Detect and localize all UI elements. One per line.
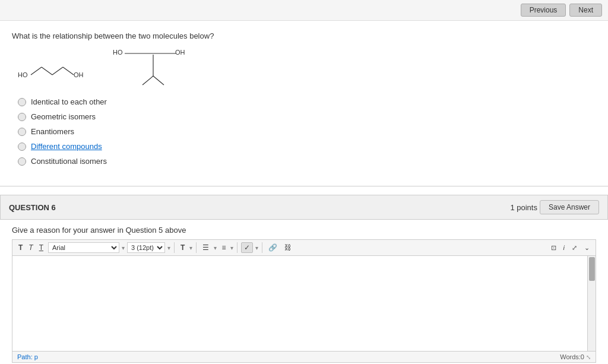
unlink-button[interactable]: ⛓ [282, 242, 294, 253]
top-bar: Previous Next [0, 0, 608, 21]
option-geometric-label: Geometric isomers [31, 112, 96, 121]
option-different-label: Different compounds [31, 142, 102, 151]
option-enantiomers-label: Enantiomers [31, 127, 74, 136]
next-button[interactable]: Next [569, 4, 602, 17]
list-arrow: ▾ [214, 245, 217, 251]
editor-footer: Path: p Words:0 ⤡ [12, 351, 596, 362]
radio-constitutional[interactable] [18, 157, 26, 166]
font-size-select[interactable]: 3 (12pt) 1 (8pt) 2 (10pt) 4 (14pt) [127, 242, 165, 253]
molecule1: HO OH [18, 52, 95, 88]
path-label: Path: [17, 353, 33, 360]
save-answer-button[interactable]: Save Answer [540, 200, 599, 214]
radio-enantiomers[interactable] [18, 128, 26, 136]
question6-points: 1 points [510, 203, 537, 212]
previous-button[interactable]: Previous [521, 4, 566, 17]
molecule2: HO OH [113, 46, 196, 88]
svg-line-11 [142, 76, 153, 85]
scrollbar-thumb [589, 257, 595, 281]
expand-button[interactable]: ⤢ [569, 243, 580, 253]
list-ordered-button[interactable]: ≡ [219, 242, 228, 253]
question6-header: QUESTION 6 1 points Save Answer [0, 195, 608, 220]
question6-title: QUESTION 6 [9, 203, 56, 212]
radio-different[interactable] [18, 143, 26, 151]
radio-identical[interactable] [18, 98, 26, 106]
svg-text:OH: OH [74, 71, 84, 78]
font-family-select[interactable]: Arial Times New Roman Courier [48, 242, 119, 253]
list-unordered-button[interactable]: ☰ [200, 242, 211, 253]
font-dropdown-arrow: ▾ [122, 245, 125, 251]
editor-area[interactable] [12, 256, 587, 351]
text-format-group: T T T [16, 242, 46, 253]
options-list: Identical to each other Geometric isomer… [18, 97, 596, 166]
info-button[interactable]: i [561, 243, 567, 252]
underline-button[interactable]: T [37, 242, 46, 253]
svg-line-2 [42, 67, 52, 75]
separator3 [237, 242, 238, 253]
svg-text:OH: OH [175, 49, 185, 56]
spellcheck-button[interactable]: ✓ [241, 242, 253, 253]
svg-line-4 [63, 67, 74, 75]
editor-path: Path: p [17, 353, 38, 360]
words-area: Words:0 ⤡ [560, 353, 591, 360]
path-element: p [34, 353, 38, 360]
editor-area-wrapper [12, 256, 596, 351]
collapse-button[interactable]: ⌄ [582, 243, 592, 253]
spellcheck-arrow: ▾ [255, 245, 258, 251]
question5-text: What is the relationship between the two… [12, 31, 596, 40]
svg-line-1 [31, 67, 42, 75]
question5-section: What is the relationship between the two… [0, 21, 608, 178]
text-color-arrow: ▾ [189, 245, 192, 251]
option-enantiomers[interactable]: Enantiomers [18, 127, 596, 136]
option-constitutional-label: Constitutional isomers [31, 157, 107, 166]
section-divider [0, 186, 608, 186]
question6-controls: 1 points Save Answer [510, 200, 599, 214]
svg-text:HO: HO [18, 71, 28, 78]
fullscreen-button[interactable]: ⊡ [549, 243, 559, 253]
svg-line-12 [153, 76, 164, 85]
separator2 [196, 242, 197, 253]
resize-icon[interactable]: ⤡ [586, 354, 591, 360]
option-identical[interactable]: Identical to each other [18, 97, 596, 106]
separator4 [262, 242, 262, 253]
editor-toolbar: T T T Arial Times New Roman Courier ▾ 3 … [12, 240, 596, 256]
separator1 [174, 242, 175, 253]
words-count: Words:0 [560, 353, 584, 360]
molecules-row: HO OH HO OH [18, 46, 596, 88]
option-identical-label: Identical to each other [31, 97, 107, 106]
italic-button[interactable]: T [26, 242, 35, 253]
list-ordered-arrow: ▾ [230, 245, 233, 251]
question6-body: Give a reason for your answer in Questio… [0, 220, 608, 363]
option-different[interactable]: Different compounds [18, 142, 596, 151]
bold-button[interactable]: T [16, 242, 25, 253]
question6-instruction: Give a reason for your answer in Questio… [12, 226, 596, 235]
text-color-button[interactable]: T [178, 242, 187, 253]
option-geometric[interactable]: Geometric isomers [18, 112, 596, 121]
editor-scrollbar[interactable] [587, 256, 596, 351]
option-constitutional[interactable]: Constitutional isomers [18, 157, 596, 166]
svg-line-3 [52, 67, 63, 75]
svg-text:HO: HO [113, 49, 123, 56]
size-dropdown-arrow: ▾ [167, 245, 170, 251]
editor-container: T T T Arial Times New Roman Courier ▾ 3 … [12, 239, 596, 363]
radio-geometric[interactable] [18, 113, 26, 121]
link-button[interactable]: 🔗 [266, 242, 280, 253]
